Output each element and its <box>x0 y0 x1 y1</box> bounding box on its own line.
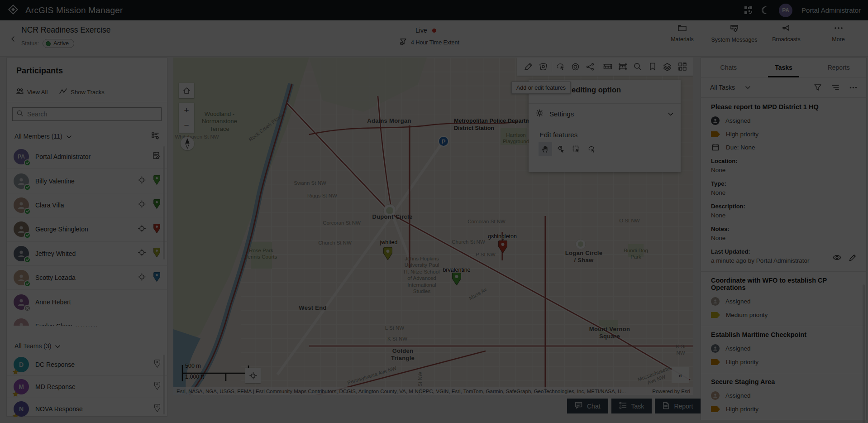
zoom-out-button[interactable]: − <box>179 118 194 133</box>
locate-track-icon[interactable] <box>138 176 146 186</box>
locate-track-icon[interactable] <box>138 225 146 234</box>
member-pin-icon[interactable] <box>153 175 160 187</box>
edit-task-pencil-icon[interactable] <box>849 254 856 263</box>
task-card[interactable]: Secure Staging Area Assigned High priori… <box>701 373 866 420</box>
teams-scrollbar[interactable] <box>163 355 165 414</box>
avatar: PA <box>14 149 29 164</box>
task-card[interactable]: Coordinate with WFO to establish CP Oper… <box>701 272 866 326</box>
lasso-select-icon[interactable] <box>553 58 568 76</box>
bookmark-icon[interactable] <box>645 58 660 76</box>
home-button[interactable] <box>179 83 194 98</box>
team-row[interactable]: D ★ DC Response <box>7 353 167 375</box>
search-input[interactable] <box>27 111 157 118</box>
time-filter-icon <box>400 38 407 47</box>
back-button[interactable] <box>7 33 19 45</box>
pan-hand-tool[interactable] <box>539 142 552 156</box>
task-card[interactable]: Please report to MPD District 1 HQ Assig… <box>701 98 866 272</box>
police-station-marker[interactable]: P <box>438 136 449 147</box>
track-marker-pin[interactable] <box>498 240 507 255</box>
map-view[interactable]: Woodland - Normanstone Terrace Adams Mor… <box>173 58 693 395</box>
members-group-header[interactable]: All Members (11) <box>7 130 167 143</box>
member-display-settings-icon[interactable] <box>152 132 159 141</box>
compass[interactable] <box>181 137 194 150</box>
locate-track-icon[interactable] <box>138 200 146 210</box>
system-messages-button[interactable]: System Messages <box>708 24 760 43</box>
map-label: K St NW <box>674 343 687 356</box>
member-row[interactable]: Clara Villa <box>7 193 167 217</box>
tasks-filter-dropdown[interactable]: All Tasks <box>710 84 735 91</box>
locate-button[interactable] <box>245 368 261 383</box>
member-row[interactable]: Jeffrey Whited <box>7 241 167 265</box>
teams-group-header[interactable]: All Teams (3) <box>7 340 167 352</box>
task-card[interactable]: Establish Maritime Checkpoint Assigned H… <box>701 326 866 373</box>
chat-button[interactable]: Chat <box>567 399 608 413</box>
dark-mode-moon-icon[interactable] <box>761 6 770 14</box>
member-row[interactable]: PA Portal Administrator <box>7 144 167 168</box>
member-pin-icon[interactable] <box>153 199 160 211</box>
task-title: Please report to MPD District 1 HQ <box>711 103 856 111</box>
tab-chats[interactable]: Chats <box>701 58 756 77</box>
team-pin-icon[interactable] <box>154 360 160 370</box>
sort-icon[interactable] <box>832 84 839 91</box>
overview-map-icon[interactable] <box>536 58 551 76</box>
member-pin-icon[interactable] <box>153 224 160 235</box>
time-extent-label: 4 Hour Time Extent <box>411 39 459 46</box>
member-row[interactable]: George Shingleton <box>7 217 167 241</box>
team-pin-icon[interactable] <box>154 382 160 392</box>
notes-edit-icon[interactable] <box>153 152 160 161</box>
measure-area-icon[interactable] <box>615 58 630 76</box>
participant-search[interactable] <box>12 107 162 121</box>
tab-reports[interactable]: Reports <box>811 58 866 77</box>
user-name[interactable]: Portal Administrator <box>801 6 861 14</box>
select-rectangle-tool[interactable] <box>569 142 583 156</box>
team-row[interactable]: N ★ NOVA Response <box>7 398 167 417</box>
panel-resize-handle[interactable]: ········· <box>7 323 167 329</box>
view-task-eye-icon[interactable] <box>833 254 841 263</box>
zoom-in-button[interactable]: + <box>179 103 194 118</box>
team-star-icon: ★ <box>13 390 19 398</box>
gear-icon <box>536 109 544 119</box>
team-pin-icon[interactable] <box>154 404 160 414</box>
chevron-down-icon[interactable] <box>745 86 750 89</box>
collapse-panel-button[interactable]: « <box>672 367 689 383</box>
measure-distance-icon[interactable] <box>600 58 615 76</box>
rings-icon[interactable] <box>568 58 583 76</box>
editor-settings-row[interactable]: Settings <box>529 105 681 122</box>
quick-actions: Chat Task Report <box>567 399 701 413</box>
basemap-grid-icon[interactable] <box>675 58 690 76</box>
search-icon <box>17 110 23 118</box>
select-lasso-tool[interactable] <box>585 142 598 156</box>
locate-track-icon[interactable] <box>138 249 146 258</box>
filter-funnel-icon[interactable] <box>814 84 821 91</box>
team-row[interactable]: M ★ MD Response <box>7 375 167 398</box>
more-options-icon[interactable] <box>849 87 857 89</box>
select-features-tool[interactable] <box>554 142 568 156</box>
member-pin-icon[interactable] <box>153 272 160 284</box>
member-row[interactable]: Scotty Lozada <box>7 265 167 289</box>
track-marker-pin[interactable] <box>452 273 461 287</box>
task-button[interactable]: Task <box>611 399 652 413</box>
time-extent[interactable]: 4 Hour Time Extent <box>400 38 459 47</box>
search-icon[interactable] <box>630 58 645 76</box>
materials-button[interactable]: Materials <box>656 24 708 43</box>
more-button[interactable]: More <box>812 24 864 43</box>
ellipsis-icon <box>834 24 843 34</box>
task-list-icon <box>619 402 627 410</box>
user-avatar[interactable]: PA <box>779 4 792 17</box>
qr-code-icon[interactable] <box>744 6 752 14</box>
member-pin-icon[interactable] <box>153 248 160 259</box>
member-row[interactable]: Anne Hebert <box>7 289 167 313</box>
links-icon[interactable] <box>583 58 598 76</box>
tasks-scrollbar[interactable] <box>863 284 865 423</box>
tab-tasks[interactable]: Tasks <box>756 58 811 77</box>
sketch-icon[interactable] <box>521 58 536 76</box>
broadcasts-button[interactable]: Broadcasts <box>760 24 812 43</box>
view-all-button[interactable]: View All <box>16 88 48 96</box>
member-row[interactable]: Billy Valentine <box>7 168 167 192</box>
locate-track-icon[interactable] <box>138 273 146 283</box>
show-tracks-button[interactable]: Show Tracks <box>59 88 104 96</box>
layers-icon[interactable] <box>660 58 675 76</box>
report-button[interactable]: Report <box>655 399 701 413</box>
members-scrollbar[interactable] <box>163 146 165 260</box>
track-marker-pin[interactable] <box>383 247 392 262</box>
